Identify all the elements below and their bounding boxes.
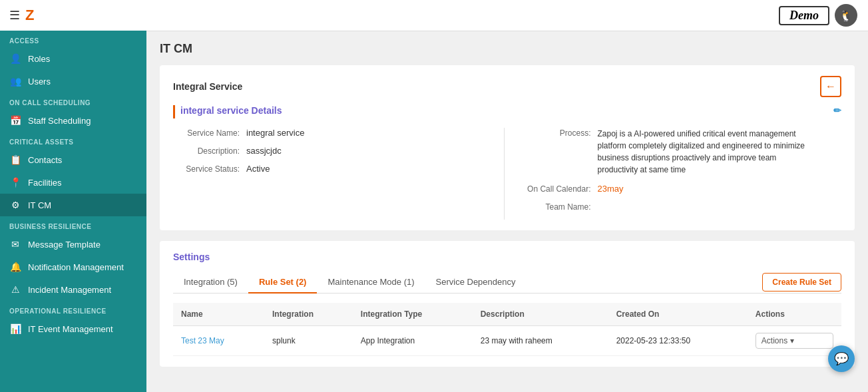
tab-maintenance[interactable]: Maintenance Mode (1) xyxy=(317,272,425,294)
sidebar-section-label: BUSINESS RESILIENCE xyxy=(0,216,146,233)
description-value: sassjcjdc xyxy=(246,146,282,156)
process-value: Zapoj is a AI-powered unified critical e… xyxy=(598,128,811,176)
brand-logo: Z Suite xyxy=(25,7,57,24)
sidebar-item-label: Notification Management xyxy=(28,262,124,272)
row-actions[interactable]: Actions ▾ xyxy=(748,326,841,356)
users-icon: 👥 xyxy=(9,76,21,87)
create-ruleset-button[interactable]: Create Rule Set xyxy=(762,273,841,292)
sidebar-item-label: Contacts xyxy=(28,155,62,165)
on-call-calendar-label: On Call Calendar: xyxy=(525,184,598,194)
chevron-down-icon: ▾ xyxy=(790,336,794,345)
sidebar-section-label: ACCESS xyxy=(0,31,146,47)
main-content: Demo 🐧 IT CM Integral Service ← integral… xyxy=(146,0,868,392)
service-status-label: Service Status: xyxy=(173,164,246,174)
sidebar-item-notification-management[interactable]: 🔔Notification Management xyxy=(0,256,146,278)
tab-integration[interactable]: Integration (5) xyxy=(173,272,248,294)
row-integration-type: App Integration xyxy=(353,326,473,356)
col-integration: Integration xyxy=(264,303,353,326)
ruleset-table: Name Integration Integration Type Descri… xyxy=(173,303,841,356)
back-button[interactable]: ← xyxy=(820,76,841,97)
staff-scheduling-icon: 📅 xyxy=(9,115,21,126)
table-header: Name Integration Integration Type Descri… xyxy=(173,303,841,326)
row-name[interactable]: Test 23 May xyxy=(173,326,264,356)
sidebar-section-label: CRITICAL ASSETS xyxy=(0,132,146,148)
sidebar-item-label: IT Event Management xyxy=(28,324,113,334)
it-event-management-icon: 📊 xyxy=(9,323,21,334)
sidebar-item-users[interactable]: 👥Users xyxy=(0,70,146,93)
sidebar-item-label: Roles xyxy=(28,54,50,64)
process-label: Process: xyxy=(525,128,598,138)
on-call-calendar-row: On Call Calendar: 23may xyxy=(525,184,842,194)
row-integration: splunk xyxy=(264,326,353,356)
topbar: Demo 🐧 xyxy=(146,0,868,31)
service-card-header: Integral Service ← xyxy=(173,76,841,97)
row-description: 23 may with raheem xyxy=(473,326,608,356)
service-name-label: Service Name: xyxy=(173,128,246,138)
ruleset-table-wrap: Name Integration Integration Type Descri… xyxy=(173,303,841,356)
sidebar-item-it-event-management[interactable]: 📊IT Event Management xyxy=(0,317,146,340)
sidebar-item-itcm[interactable]: ⚙IT CM xyxy=(0,194,146,216)
sidebar-item-contacts[interactable]: 📋Contacts xyxy=(0,148,146,171)
actions-dropdown[interactable]: Actions ▾ xyxy=(756,333,833,349)
content-body: IT CM Integral Service ← integral servic… xyxy=(146,31,868,392)
sidebar-content: ACCESS👤Roles👥UsersON CALL SCHEDULING📅Sta… xyxy=(0,31,146,340)
brand-suite: Suite xyxy=(37,11,57,21)
team-name-label: Team Name: xyxy=(525,202,598,212)
user-avatar-icon[interactable]: 🐧 xyxy=(835,4,857,27)
sidebar-section-label: OPERATIONAL RESILIENCE xyxy=(0,301,146,317)
chat-fab[interactable]: 💬 xyxy=(828,345,855,372)
table-body: Test 23 MaysplunkApp Integration23 may w… xyxy=(173,326,841,356)
edit-icon[interactable]: ✏ xyxy=(833,105,841,116)
tab-service-dependency[interactable]: Service Dependency xyxy=(425,272,527,294)
team-name-row: Team Name: xyxy=(525,202,842,212)
incident-management-icon: ⚠ xyxy=(9,284,21,295)
sidebar-item-staff-scheduling[interactable]: 📅Staff Scheduling xyxy=(0,109,146,132)
sidebar-item-roles[interactable]: 👤Roles xyxy=(0,47,146,70)
table-header-row: Name Integration Integration Type Descri… xyxy=(173,303,841,326)
service-section-heading: integral service Details ✏ xyxy=(173,105,841,118)
hamburger-icon[interactable]: ☰ xyxy=(9,8,20,23)
description-row: Description: sassjcjdc xyxy=(173,146,491,156)
message-template-icon: ✉ xyxy=(9,239,21,250)
details-left: Service Name: integral service Descripti… xyxy=(173,128,505,220)
service-card: Integral Service ← integral service Deta… xyxy=(160,65,855,230)
sidebar: ☰ Z Suite ACCESS👤Roles👥UsersON CALL SCHE… xyxy=(0,0,146,392)
row-created-on: 2022-05-23 12:33:50 xyxy=(608,326,748,356)
page-title: IT CM xyxy=(160,42,855,56)
settings-title: Settings xyxy=(173,252,841,262)
sidebar-section-label: ON CALL SCHEDULING xyxy=(0,93,146,109)
notification-management-icon: 🔔 xyxy=(9,262,21,272)
sidebar-item-label: Facilities xyxy=(28,178,62,188)
tabs-actions: Create Rule Set xyxy=(762,273,841,292)
settings-tabs: Integration (5) Rule Set (2) Maintenance… xyxy=(173,272,841,294)
itcm-icon: ⚙ xyxy=(9,200,21,210)
sidebar-item-message-template[interactable]: ✉Message Template xyxy=(0,233,146,256)
process-row: Process: Zapoj is a AI-powered unified c… xyxy=(525,128,842,176)
facilities-icon: 📍 xyxy=(9,177,21,188)
sidebar-item-label: Staff Scheduling xyxy=(28,116,91,126)
sidebar-item-facilities[interactable]: 📍Facilities xyxy=(0,171,146,194)
description-label: Description: xyxy=(173,146,246,156)
table-row: Test 23 MaysplunkApp Integration23 may w… xyxy=(173,326,841,356)
contacts-icon: 📋 xyxy=(9,154,21,165)
on-call-calendar-value[interactable]: 23may xyxy=(598,184,624,194)
service-card-title: Integral Service xyxy=(173,81,242,92)
tab-ruleset[interactable]: Rule Set (2) xyxy=(248,272,318,294)
sidebar-item-label: Users xyxy=(28,77,51,87)
sidebar-item-label: Message Template xyxy=(28,240,101,250)
settings-card: Settings Integration (5) Rule Set (2) Ma… xyxy=(160,241,855,367)
brand-z: Z xyxy=(25,7,34,24)
sidebar-item-incident-management[interactable]: ⚠Incident Management xyxy=(0,278,146,301)
sidebar-header: ☰ Z Suite xyxy=(0,0,146,31)
sidebar-item-label: Incident Management xyxy=(28,285,111,295)
col-name: Name xyxy=(173,303,264,326)
roles-icon: 👤 xyxy=(9,53,21,64)
demo-badge: Demo xyxy=(779,6,829,25)
details-grid: Service Name: integral service Descripti… xyxy=(173,128,841,220)
service-status-row: Service Status: Active xyxy=(173,164,491,174)
service-name-value: integral service xyxy=(246,128,304,138)
col-created-on: Created On xyxy=(608,303,748,326)
service-name-row: Service Name: integral service xyxy=(173,128,491,138)
sidebar-item-label: IT CM xyxy=(28,200,51,210)
col-description: Description xyxy=(473,303,608,326)
